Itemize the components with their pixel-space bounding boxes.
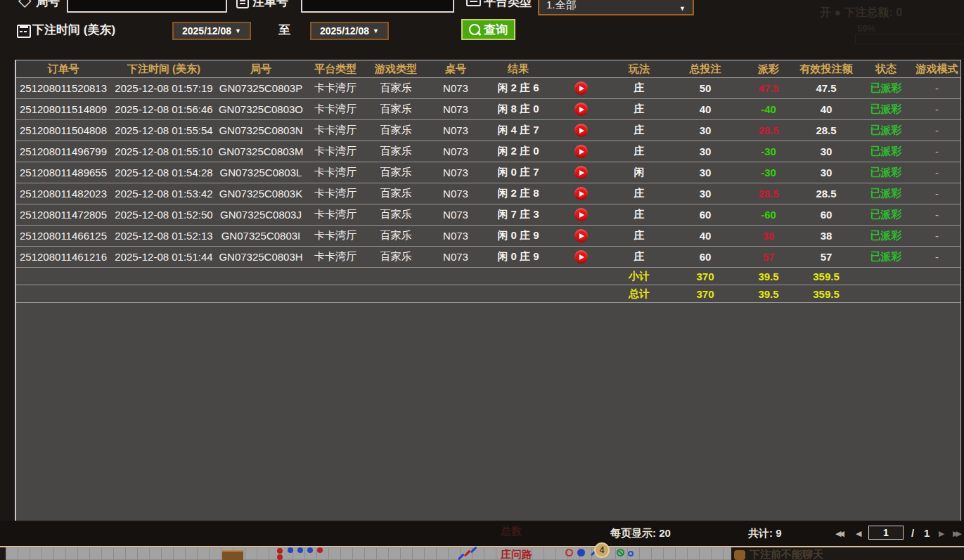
cell-order-id: 251208011482023 [16,183,110,204]
round-icon: ◇ [18,0,31,10]
replay-button[interactable] [574,229,588,242]
cell-payout: 47.5 [743,78,794,99]
cell-result: 闲 0 庄 9 [486,226,551,247]
cell-replay [551,141,611,162]
cell-play-type: 闲 [611,162,667,183]
header-result: 结果 [486,60,551,78]
cell-valid-bet: 40 [794,99,859,120]
cell-platform: 卡卡湾厅 [304,78,366,99]
page-input[interactable] [868,526,904,540]
date-from-picker[interactable]: 2025/12/08 ▼ [172,22,251,40]
cell-status: 已派彩 [859,247,913,268]
betting-records-panel: 开 ● 下注总额: 0 59% ◇ 局号 注单号 平台类型 1.全部 ▼ 下注时… [0,0,964,560]
records-table-container: 订单号 下注时间 (美东) 局号 平台类型 游戏类型 桌号 结果 玩法 总投注 … [15,60,961,521]
road-bead-red [277,548,283,554]
cell-table-no: N073 [425,183,486,204]
cell-bet-time: 2025-12-08 01:52:50 [110,204,217,226]
cell-table-no: N073 [425,99,486,120]
road-bead-blue [297,547,303,553]
query-button[interactable]: 查询 [461,19,515,40]
order-label: 注单号 [252,0,288,10]
summary-empty-cell [366,268,425,285]
order-input[interactable] [301,0,454,13]
cell-payout: -30 [743,141,794,162]
cell-platform: 卡卡湾厅 [304,226,366,247]
cell-platform: 卡卡湾厅 [304,120,366,141]
summary-empty-cell [16,285,110,303]
cell-game-mode: - [913,204,960,226]
cell-play-type: 庄 [611,78,667,99]
header-replay [551,60,611,78]
summary-total-bet: 370 [667,285,743,303]
cell-bet-time: 2025-12-08 01:54:28 [110,162,217,183]
game-background-strip: 庄问路 下注前不能聊天 [0,547,964,560]
cell-play-type: 庄 [611,141,667,162]
cell-game-type: 百家乐 [366,162,425,183]
replay-button[interactable] [574,250,588,263]
total-pages-label: 1 [924,527,930,539]
cell-valid-bet: 38 [794,226,859,247]
cell-game-type: 百家乐 [366,204,425,226]
cell-payout: -40 [743,99,794,120]
chat-hint-text: 下注前不能聊天 [750,548,823,560]
chevron-down-icon: ▼ [235,27,241,34]
cell-order-id: 251208011461216 [16,247,110,268]
replay-button[interactable] [574,187,588,200]
prev-page-button[interactable]: ◀ [856,529,861,538]
summary-empty-cell [366,285,425,303]
replay-button[interactable] [574,82,588,95]
cell-replay [551,226,611,247]
summary-empty-cell [110,268,217,285]
cell-status: 已派彩 [859,141,913,162]
table-row: 2512080114661252025-12-08 01:52:13GN0732… [16,226,960,247]
replay-button[interactable] [574,166,588,179]
cell-play-type: 庄 [611,99,667,120]
date-to-picker[interactable]: 2025/12/08 ▼ [310,22,389,40]
cell-bet-time: 2025-12-08 01:55:10 [110,141,217,162]
cell-round-id: GN07325C0803O [217,99,304,120]
cell-play-type: 庄 [611,226,667,247]
ghost-percent: 59% [857,23,875,34]
cell-status: 已派彩 [859,226,913,247]
cell-status: 已派彩 [859,204,913,226]
platform-select[interactable]: 1.全部 ▼ [538,0,694,15]
last-page-button[interactable]: ▶▶ [953,529,959,538]
cell-status: 已派彩 [859,78,913,99]
pagination-bar: 总数 12 每页显示: 20 共计: 9 ◀◀ ◀ / 1 ▶ ▶▶ [0,521,964,546]
round-input[interactable] [67,0,227,13]
first-page-button[interactable]: ◀◀ [835,529,842,538]
play-icon [579,107,584,112]
cell-result: 闲 4 庄 7 [486,120,551,141]
table-row: 2512080115148092025-12-08 01:56:46GN0732… [16,99,960,120]
cell-valid-bet: 57 [794,247,859,268]
chevron-down-icon: ▼ [679,5,686,12]
header-payout: 派彩 [743,60,794,78]
cell-table-no: N073 [425,162,486,183]
cell-platform: 卡卡湾厅 [304,141,366,162]
cell-result: 闲 7 庄 3 [486,204,551,226]
cell-result: 闲 2 庄 0 [486,141,551,162]
replay-button[interactable] [574,145,588,158]
cell-game-mode: - [913,78,960,99]
replay-button[interactable] [574,124,588,137]
next-page-button[interactable]: ▶ [939,529,944,538]
cell-valid-bet: 30 [794,141,859,162]
cell-game-type: 百家乐 [366,183,425,204]
replay-button[interactable] [574,208,588,221]
summary-empty-cell [110,285,217,303]
summary-empty-cell [859,268,913,285]
cell-table-no: N073 [425,226,486,247]
cell-result: 闲 8 庄 0 [486,99,551,120]
cell-round-id: GN07325C0803N [217,120,304,141]
seat-chip-number: 4 [600,545,605,555]
road-symbol-hollow-red [565,549,573,556]
play-icon [579,233,584,239]
cell-round-id: GN07325C0803I [217,226,304,247]
cell-platform: 卡卡湾厅 [304,247,366,268]
cell-order-id: 251208011504808 [16,120,110,141]
query-button-label: 查询 [484,22,508,38]
summary-payout: 39.5 [743,268,794,285]
replay-button[interactable] [574,103,588,116]
cell-payout: -60 [743,204,794,226]
table-row: 2512080114896552025-12-08 01:54:28GN0732… [16,162,960,183]
